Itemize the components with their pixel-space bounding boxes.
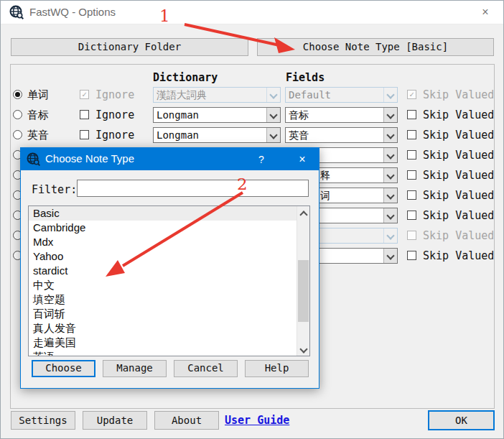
dropdown-arrow-icon[interactable] <box>266 88 280 102</box>
dropdown-arrow-icon[interactable] <box>383 228 397 243</box>
note-type-item[interactable]: Cambridge <box>29 221 309 235</box>
dialog-close-icon[interactable]: × <box>291 152 313 167</box>
skip-valued-checkbox[interactable] <box>407 211 416 220</box>
row-label: 英音 <box>27 129 49 142</box>
skip-valued-checkbox[interactable] <box>407 130 416 139</box>
note-type-item[interactable]: Basic <box>29 206 309 221</box>
skip-valued-label: Skip Valued <box>423 209 494 222</box>
note-type-item[interactable]: 真人发音 <box>29 321 309 336</box>
window-title: FastWQ - Options <box>29 6 116 18</box>
settings-button[interactable]: Settings <box>11 411 75 430</box>
note-type-item[interactable]: 中文 <box>29 278 309 292</box>
row-label: 单词 <box>27 88 49 102</box>
window-close-icon[interactable]: × <box>475 4 496 20</box>
option-row: 单词 Ignore 漢語大詞典 Default Skip Valued <box>1 85 504 105</box>
fields-select-value: Default <box>289 89 331 101</box>
skip-valued-checkbox[interactable] <box>407 110 416 119</box>
dictionary-folder-button[interactable]: Dictionary Folder <box>11 38 248 56</box>
ok-button[interactable]: OK <box>428 410 495 430</box>
dictionary-select-value: 漢語大詞典 <box>157 89 207 102</box>
help-button[interactable]: Help <box>245 360 309 377</box>
user-guide-link[interactable]: User Guide <box>225 414 289 427</box>
dropdown-arrow-icon[interactable] <box>383 88 397 102</box>
skip-valued-checkbox[interactable] <box>407 150 416 160</box>
note-type-item[interactable]: Mdx <box>29 235 309 249</box>
scrollbar-thumb[interactable] <box>298 260 309 322</box>
skip-valued-label: Skip Valued <box>423 229 494 242</box>
dropdown-arrow-icon[interactable] <box>383 249 397 263</box>
dictionary-select[interactable]: 漢語大詞典 <box>153 87 281 103</box>
dropdown-arrow-icon[interactable] <box>383 108 397 122</box>
skip-valued-label: Skip Valued <box>423 149 494 162</box>
ignore-checkbox[interactable] <box>80 130 89 139</box>
ignore-label: Ignore <box>95 129 134 142</box>
skip-valued-label: Skip Valued <box>423 189 494 202</box>
skip-valued-checkbox[interactable] <box>407 170 416 180</box>
ignore-checkbox[interactable] <box>80 90 89 99</box>
option-row: 音标 Ignore Longman 音标 Skip Valued <box>1 105 504 125</box>
note-type-list[interactable]: Basic Cambridge Mdx Yahoo stardict 中文 填空… <box>28 205 310 356</box>
note-type-item[interactable]: 填空题 <box>29 292 309 307</box>
fields-column-header: Fields <box>286 71 325 84</box>
dropdown-arrow-icon[interactable] <box>266 128 280 142</box>
word-radio[interactable] <box>13 90 22 99</box>
dialog-titlebar[interactable]: Choose Note Type ? × <box>21 148 319 170</box>
dropdown-arrow-icon[interactable] <box>383 148 397 162</box>
about-button[interactable]: About <box>154 411 219 430</box>
scroll-up-icon[interactable] <box>297 206 309 218</box>
update-button[interactable]: Update <box>83 411 147 430</box>
skip-valued-checkbox[interactable] <box>407 90 416 99</box>
skip-valued-label: Skip Valued <box>423 108 494 121</box>
choose-button[interactable]: Choose <box>32 360 95 377</box>
dictionary-select-value: Longman <box>157 129 199 141</box>
skip-valued-checkbox[interactable] <box>407 190 416 200</box>
fields-select-value: 词 <box>320 190 330 203</box>
note-type-item[interactable]: 走遍美国 <box>29 336 309 350</box>
help-icon[interactable]: ? <box>253 152 270 167</box>
choose-note-type-dialog: Choose Note Type ? × Filter: Basic Cambr… <box>20 147 319 389</box>
manage-button[interactable]: Manage <box>103 360 167 377</box>
skip-valued-label: Skip Valued <box>423 169 494 182</box>
dropdown-arrow-icon[interactable] <box>383 128 397 142</box>
cancel-button[interactable]: Cancel <box>174 360 238 377</box>
dropdown-arrow-icon[interactable] <box>383 188 397 203</box>
scroll-down-icon[interactable] <box>297 343 309 356</box>
ignore-label: Ignore <box>95 108 134 121</box>
annotation-step-1: 1 <box>159 6 170 25</box>
fields-select-value: 释 <box>320 170 330 182</box>
list-scrollbar[interactable] <box>297 206 309 356</box>
fields-select-value: 音标 <box>289 109 309 122</box>
ignore-label: Ignore <box>95 88 134 101</box>
fields-select[interactable]: Default <box>285 87 398 103</box>
fields-select[interactable]: 音标 <box>285 107 398 123</box>
phonetic-radio[interactable] <box>13 110 22 119</box>
note-type-item[interactable]: Yahoo <box>29 249 309 264</box>
fastwq-globe-icon <box>27 152 40 169</box>
dictionary-select[interactable]: Longman <box>153 127 281 143</box>
row-label: 音标 <box>27 108 49 122</box>
fields-select-value: 英音 <box>289 129 309 142</box>
filter-label: Filter: <box>32 183 77 196</box>
choose-note-type-button[interactable]: Choose Note Type [Basic] <box>257 38 494 56</box>
option-row: 英音 Ignore Longman 英音 Skip Valued <box>1 125 504 145</box>
dictionary-select-value: Longman <box>157 109 199 121</box>
uk-audio-radio[interactable] <box>13 130 22 139</box>
note-type-item[interactable]: 百词斩 <box>29 307 309 321</box>
annotation-step-2: 2 <box>237 175 248 193</box>
window-titlebar: FastWQ - Options × <box>1 1 503 24</box>
dictionary-select[interactable]: Longman <box>153 107 281 123</box>
ignore-checkbox[interactable] <box>80 110 89 119</box>
skip-valued-label: Skip Valued <box>423 249 494 262</box>
filter-input[interactable] <box>77 180 309 197</box>
skip-valued-checkbox[interactable] <box>407 251 416 260</box>
dropdown-arrow-icon[interactable] <box>383 168 397 182</box>
fastwq-options-window: FastWQ - Options × Dictionary Folder Cho… <box>0 0 504 439</box>
dropdown-arrow-icon[interactable] <box>266 108 280 122</box>
skip-valued-label: Skip Valued <box>423 88 494 101</box>
fields-select[interactable]: 英音 <box>285 127 398 143</box>
skip-valued-checkbox[interactable] <box>407 231 416 240</box>
dropdown-arrow-icon[interactable] <box>383 208 397 223</box>
note-type-item[interactable]: 英语 <box>29 350 309 356</box>
skip-valued-label: Skip Valued <box>423 129 494 142</box>
note-type-item[interactable]: stardict <box>29 264 309 278</box>
